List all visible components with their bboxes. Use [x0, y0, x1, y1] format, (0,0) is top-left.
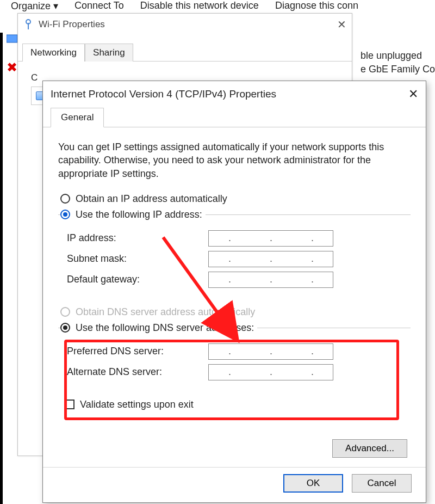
subnet-mask-label: Subnet mask:	[67, 253, 208, 265]
radio-use-ip-label: Use the following IP address:	[76, 209, 202, 220]
ipv4-title: Internet Protocol Version 4 (TCP/IPv4) P…	[51, 88, 276, 100]
toolbar-organize[interactable]: Organize ▾	[11, 0, 58, 14]
ipv4-properties-dialog: Internet Protocol Version 4 (TCP/IPv4) P…	[42, 81, 426, 503]
toolbar-disable-device[interactable]: Disable this network device	[140, 0, 259, 14]
radio-obtain-ip[interactable]	[60, 194, 70, 204]
wifi-tabs: Networking Sharing	[18, 43, 352, 62]
svg-rect-0	[7, 35, 17, 42]
radio-obtain-ip-label: Obtain an IP address automatically	[76, 193, 227, 205]
radio-obtain-ip-row[interactable]: Obtain an IP address automatically	[60, 193, 411, 205]
explorer-toolbar: Organize ▾ Connect To Disable this netwo…	[11, 0, 435, 14]
ok-button[interactable]: OK	[283, 474, 343, 493]
bg-status-line2: e GbE Family Co	[361, 63, 435, 76]
alternate-dns-label: Alternate DNS server:	[67, 366, 208, 378]
left-edge-bar	[0, 33, 3, 504]
ip-address-label: IP address:	[67, 232, 208, 244]
validate-checkbox[interactable]	[65, 399, 74, 409]
ipv4-titlebar: Internet Protocol Version 4 (TCP/IPv4) P…	[43, 81, 426, 107]
toolbar-connect-to[interactable]: Connect To	[74, 0, 124, 14]
subnet-mask-input[interactable]: ...	[208, 251, 333, 267]
ipv4-close-icon[interactable]: ✕	[408, 87, 418, 101]
wifi-title: Wi-Fi Properties	[39, 19, 105, 30]
svg-rect-2	[28, 23, 29, 29]
ipv4-body: You can get IP settings assigned automat…	[43, 127, 426, 418]
toolbar-diagnose[interactable]: Diagnose this conn	[275, 0, 358, 14]
dns-group: Use the following DNS server addresses: …	[58, 322, 411, 390]
bg-adapter-status: ble unplugged e GbE Family Co	[361, 49, 435, 76]
bg-status-line1: ble unplugged	[361, 49, 435, 63]
wifi-close-icon[interactable]: ✕	[337, 18, 346, 31]
ipv4-description: You can get IP settings assigned automat…	[58, 140, 411, 180]
alternate-dns-input[interactable]: ...	[208, 364, 333, 380]
preferred-dns-input[interactable]: ...	[208, 343, 333, 360]
radio-use-ip[interactable]	[60, 210, 70, 219]
radio-obtain-dns	[60, 307, 70, 317]
ip-address-input[interactable]: ...	[208, 230, 333, 247]
advanced-button[interactable]: Advanced...	[332, 439, 407, 458]
tab-sharing[interactable]: Sharing	[85, 44, 133, 62]
tab-general[interactable]: General	[51, 108, 104, 127]
wifi-icon	[23, 19, 33, 30]
tab-networking[interactable]: Networking	[22, 44, 85, 62]
validate-label: Validate settings upon exit	[80, 399, 194, 410]
preferred-dns-label: Preferred DNS server:	[67, 346, 208, 357]
bg-x-icon: ✖	[7, 60, 15, 73]
wifi-titlebar: Wi-Fi Properties ✕	[18, 14, 352, 35]
default-gateway-input[interactable]: ...	[208, 272, 333, 288]
radio-obtain-dns-label: Obtain DNS server address automatically	[76, 306, 255, 318]
cancel-button[interactable]: Cancel	[352, 474, 412, 493]
bg-adapter-icon	[7, 30, 18, 48]
validate-row[interactable]: Validate settings upon exit	[65, 399, 411, 410]
default-gateway-label: Default gateway:	[67, 274, 208, 285]
radio-obtain-dns-row: Obtain DNS server address automatically	[60, 306, 411, 318]
dialog-buttons: OK Cancel	[283, 474, 412, 493]
ip-group: Use the following IP address: IP address…	[58, 209, 411, 298]
dialog-separator	[43, 467, 426, 468]
radio-use-dns[interactable]	[60, 323, 70, 333]
ipv4-tabs: General	[43, 107, 426, 127]
radio-use-dns-label: Use the following DNS server addresses:	[76, 322, 254, 334]
